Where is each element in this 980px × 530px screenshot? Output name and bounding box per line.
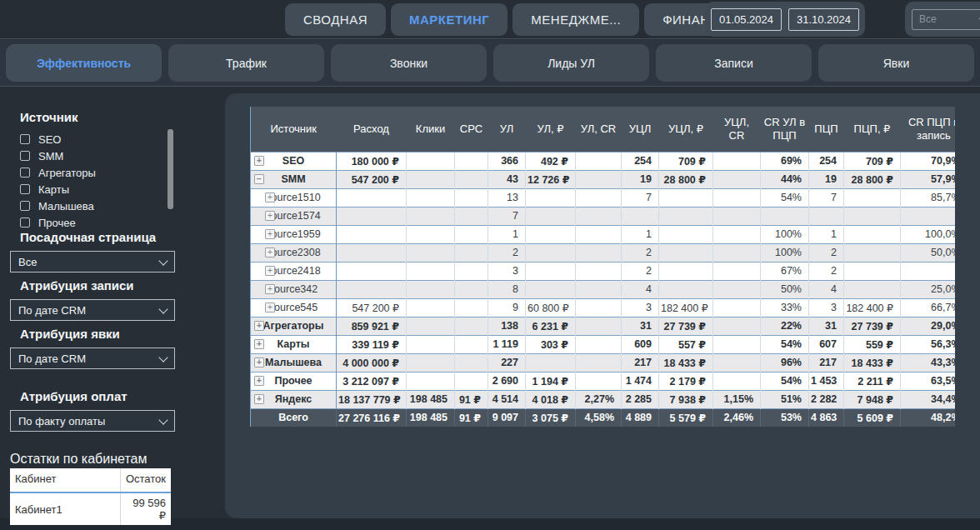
data-cell: 9	[488, 298, 526, 317]
source-option-карты[interactable]: Карты	[20, 181, 203, 198]
table-row[interactable]: +Яндекс18 137 779 ₽198 48591 ₽4 5144 018…	[251, 390, 956, 408]
expand-icon[interactable]: +	[265, 284, 275, 294]
sub-tab-записи[interactable]: Записи	[656, 44, 812, 82]
data-cell	[713, 262, 761, 280]
table-row[interactable]: +source3428450%425,0%	[251, 280, 956, 298]
sub-tab-явки[interactable]: Явки	[818, 44, 974, 82]
expand-icon[interactable]: +	[265, 248, 275, 258]
table-row[interactable]: +Прочее3 212 097 ₽2 6901 194 ₽1 4742 179…	[251, 372, 956, 390]
collapse-icon[interactable]: −	[254, 174, 264, 184]
expand-icon[interactable]: +	[254, 339, 264, 349]
clinic-filter-select[interactable]: Все	[912, 9, 980, 30]
data-cell	[407, 243, 455, 262]
expand-icon[interactable]: +	[254, 156, 264, 166]
data-cell: 85,7%	[901, 188, 956, 207]
data-cell	[407, 188, 455, 207]
expand-icon[interactable]: +	[265, 302, 275, 312]
table-row[interactable]: +source195911100%1100,0%	[251, 225, 956, 243]
top-tab-сводная[interactable]: СВОДНАЯ	[285, 3, 386, 36]
checkbox-icon[interactable]	[20, 218, 30, 228]
row-source-label: Яндекс	[275, 393, 312, 405]
data-cell: 6 231 ₽	[526, 317, 576, 335]
source-option-smm[interactable]: SMM	[20, 148, 203, 164]
sub-tab-трафик[interactable]: Трафик	[168, 44, 324, 82]
data-cell: 1	[622, 225, 659, 243]
table-row[interactable]: +source15747	[251, 207, 956, 225]
source-option-агрегаторы[interactable]: Агрегаторы	[20, 164, 203, 181]
table-row[interactable]: +source24183267%2	[251, 262, 956, 280]
source-cell: +Агрегаторы	[251, 317, 337, 335]
data-cell	[844, 225, 901, 243]
landing-page-filter: Посадочная страница Все	[10, 230, 175, 272]
date-to-input[interactable]	[788, 8, 859, 31]
record-attribution-value: По дате CRM	[18, 304, 86, 317]
data-cell: 1	[809, 225, 844, 243]
table-row[interactable]: −SMM547 200 ₽4312 726 ₽1928 800 ₽44%1928…	[251, 170, 956, 188]
top-tab-менеджме-[interactable]: МЕНЕДЖМЕ...	[512, 3, 639, 36]
data-cell	[407, 298, 455, 317]
checkbox-icon[interactable]	[20, 151, 30, 161]
data-cell: 4 863	[809, 408, 844, 427]
expand-icon[interactable]: +	[265, 211, 275, 221]
record-attribution-filter: Атрибуция записи По дате CRM	[10, 278, 175, 321]
expand-icon[interactable]: +	[254, 376, 264, 386]
data-cell	[622, 207, 659, 225]
data-cell: 254	[809, 152, 844, 170]
data-cell	[526, 225, 576, 243]
data-cell: 33%	[761, 298, 809, 317]
source-option-малышева[interactable]: Малышева	[20, 198, 203, 214]
source-option-прочее[interactable]: Прочее	[20, 214, 203, 231]
data-cell: 182 400 ₽	[659, 298, 713, 317]
table-row[interactable]: +Карты339 119 ₽1 119303 ₽609557 ₽54%6075…	[251, 335, 956, 353]
data-cell	[659, 188, 713, 207]
data-cell: 2	[809, 243, 844, 262]
expand-icon[interactable]: +	[254, 394, 264, 404]
data-cell	[455, 280, 488, 298]
sub-tab-звонки[interactable]: Звонки	[331, 44, 487, 82]
landing-page-select[interactable]: Все	[10, 251, 175, 272]
row-source-label: Агрегаторы	[263, 320, 324, 332]
data-cell: 198 485	[407, 408, 455, 427]
source-option-seo[interactable]: SEO	[20, 131, 203, 148]
expand-icon[interactable]: +	[265, 266, 275, 276]
checkbox-icon[interactable]	[20, 168, 30, 178]
data-cell	[713, 225, 761, 243]
data-cell: 339 119 ₽	[337, 335, 407, 353]
data-cell	[455, 372, 488, 390]
expand-icon[interactable]: +	[254, 358, 264, 368]
data-cell	[844, 262, 901, 280]
data-cell	[407, 372, 455, 390]
data-cell	[576, 243, 622, 262]
table-row[interactable]: +Агрегаторы859 921 ₽1386 231 ₽3127 739 ₽…	[251, 317, 956, 335]
expand-icon[interactable]: +	[265, 229, 275, 239]
data-cell: 547 200 ₽	[337, 298, 407, 317]
payment-attribution-select[interactable]: По факту оплаты	[10, 410, 175, 432]
table-row[interactable]: +Малышева4 000 000 ₽22721718 433 ₽96%217…	[251, 353, 956, 372]
sub-tab-эффективность[interactable]: Эффективность	[6, 44, 162, 82]
checkbox-icon[interactable]	[20, 184, 30, 194]
date-from-input[interactable]	[711, 8, 782, 31]
sub-tab-лиды-ул[interactable]: Лиды УЛ	[493, 44, 649, 82]
top-tabs: СВОДНАЯМАРКЕТИНГМЕНЕДЖМЕ...ФИНАНСЫ	[285, 3, 749, 36]
table-row[interactable]: +source545547 200 ₽960 800 ₽3182 400 ₽33…	[251, 298, 956, 317]
expand-icon[interactable]: +	[254, 321, 264, 331]
data-cell	[713, 188, 761, 207]
top-tab-маркетинг[interactable]: МАРКЕТИНГ	[391, 3, 508, 36]
data-cell	[809, 207, 844, 225]
checkbox-icon[interactable]	[20, 201, 30, 211]
record-attribution-select[interactable]: По дате CRM	[10, 299, 175, 321]
table-row[interactable]: +source151013754%785,7%	[251, 188, 956, 207]
column-header: Источник	[251, 107, 337, 152]
source-list-scrollbar[interactable]	[168, 129, 173, 209]
source-filter-title: Источник	[20, 110, 203, 124]
data-cell	[659, 280, 713, 298]
data-cell: 492 ₽	[526, 152, 576, 170]
checkbox-icon[interactable]	[20, 134, 30, 144]
data-cell	[713, 170, 761, 188]
clinic-filter-value: Все	[919, 13, 937, 25]
table-row[interactable]: +SEO180 000 ₽366492 ₽254709 ₽69%254709 ₽…	[251, 152, 956, 170]
table-row[interactable]: +source230822100%250,0%	[251, 243, 956, 262]
expand-icon[interactable]: +	[265, 192, 275, 202]
visit-attribution-select[interactable]: По дате CRM	[10, 348, 175, 369]
data-cell: 227	[488, 353, 526, 372]
